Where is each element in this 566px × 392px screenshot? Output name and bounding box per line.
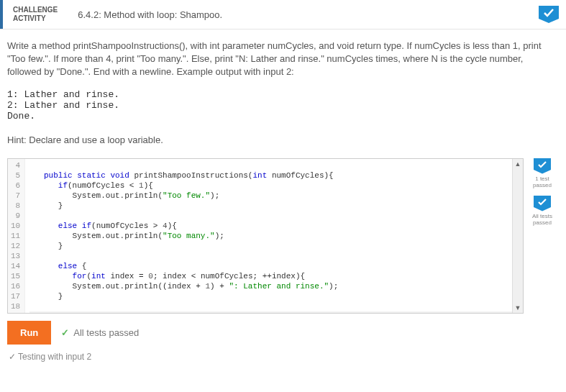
checkmark-icon: ✓ <box>61 327 69 338</box>
all-tests-passed: passed <box>532 219 552 226</box>
editor-scrollbar[interactable]: ▲ ▼ <box>512 159 523 313</box>
one-test-label: 1 test <box>532 176 552 182</box>
scroll-up-icon[interactable]: ▲ <box>513 159 523 169</box>
badge-line1: CHALLENGE <box>13 6 58 14</box>
footer-partial-text: ✓ Testing with input 2 <box>7 349 559 362</box>
one-test-passed: passed <box>532 182 552 188</box>
all-tests-check-icon <box>534 196 551 211</box>
test-status-panel: 1 test passed All tests passed <box>532 158 552 233</box>
one-test-check-icon <box>534 158 551 174</box>
hint-text: Hint: Declare and use a loop variable. <box>7 135 559 145</box>
pass-status: ✓ All tests passed <box>61 327 139 338</box>
scroll-down-icon[interactable]: ▼ <box>513 303 523 313</box>
instructions-text: Write a method printShampooInstructions(… <box>7 40 559 79</box>
challenge-badge: CHALLENGE ACTIVITY <box>0 0 68 29</box>
run-bar: Run ✓ All tests passed <box>7 314 559 349</box>
code-area[interactable]: public static void printShampooInstructi… <box>25 159 523 313</box>
all-tests-label: All tests <box>532 213 552 219</box>
code-editor[interactable]: 45678910111213141516171819202122232425 p… <box>7 158 524 314</box>
line-gutter: 45678910111213141516171819202122232425 <box>8 159 25 313</box>
badge-line2: ACTIVITY <box>13 14 58 23</box>
pass-status-label: All tests passed <box>73 327 139 338</box>
completion-check-icon <box>539 6 559 23</box>
example-output: 1: Lather and rinse. 2: Lather and rinse… <box>7 89 559 122</box>
activity-title: 6.4.2: Method with loop: Shampoo. <box>68 4 539 26</box>
run-button[interactable]: Run <box>7 321 51 345</box>
header: CHALLENGE ACTIVITY 6.4.2: Method with lo… <box>0 0 566 29</box>
